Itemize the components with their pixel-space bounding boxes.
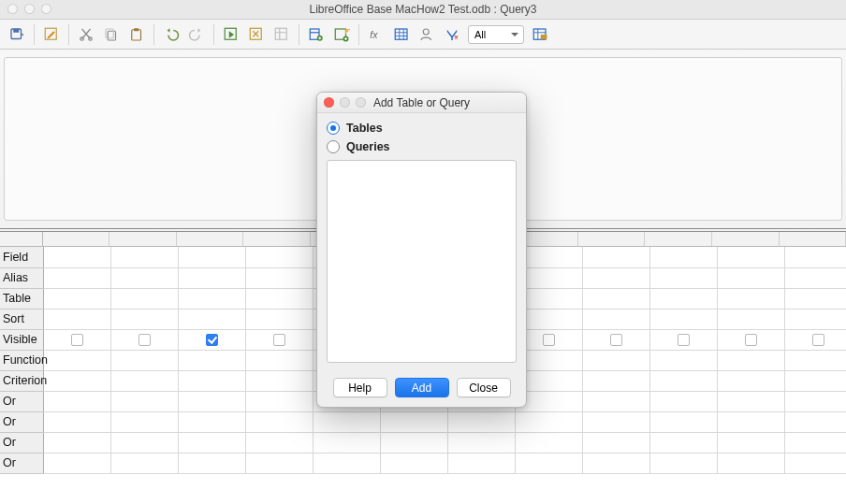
grid-cell[interactable] [178,309,245,329]
grid-cell[interactable] [717,432,784,453]
grid-cell[interactable] [245,411,313,432]
grid-cell[interactable] [717,453,784,473]
grid-cell[interactable] [245,391,313,411]
grid-cell[interactable] [447,432,515,453]
grid-cell[interactable] [582,432,649,453]
visible-checkbox[interactable] [745,334,757,346]
grid-cell[interactable] [178,350,245,370]
grid-cell[interactable] [447,411,515,432]
grid-cell[interactable] [245,309,313,329]
grid-cell[interactable] [43,329,110,350]
cut-icon[interactable] [75,23,97,46]
window-controls[interactable] [7,4,51,14]
grid-cell[interactable] [784,247,846,267]
grid-cell[interactable] [43,391,110,411]
grid-cell[interactable] [582,411,649,432]
grid-cell[interactable] [649,391,717,411]
visible-checkbox[interactable] [610,334,622,346]
limit-select[interactable]: All [468,25,524,44]
grid-cell[interactable] [245,247,313,267]
grid-cell[interactable] [110,453,178,473]
visible-checkbox[interactable] [543,334,555,346]
grid-cell[interactable] [245,288,313,309]
grid-cell[interactable] [110,288,178,309]
grid-cell[interactable] [447,453,515,473]
undo-dropdown-icon[interactable] [160,23,182,46]
grid-cell[interactable] [582,453,649,473]
grid-cell[interactable] [784,411,846,432]
grid-cell[interactable] [784,288,846,309]
grid-cell[interactable] [717,391,784,411]
zoom-window-icon[interactable] [41,4,51,14]
grid-cell[interactable] [43,288,110,309]
visible-checkbox[interactable] [206,334,218,346]
grid-cell[interactable] [649,453,717,473]
grid-cell[interactable] [380,453,447,473]
grid-cell[interactable] [717,267,784,288]
visible-checkbox[interactable] [812,334,824,346]
clear-query-icon[interactable] [245,23,268,46]
close-window-icon[interactable] [7,4,18,14]
grid-cell[interactable] [110,411,178,432]
grid-cell[interactable] [784,350,846,370]
grid-cell[interactable] [313,432,380,453]
visible-checkbox[interactable] [273,334,285,346]
tables-listbox[interactable] [327,160,517,363]
grid-cell[interactable] [784,329,846,350]
grid-cell[interactable] [178,370,245,391]
grid-cell[interactable] [717,309,784,329]
grid-cell[interactable] [110,391,178,411]
copy-icon[interactable] [100,23,123,46]
grid-cell[interactable] [178,453,245,473]
grid-cell[interactable] [717,370,784,391]
grid-cell[interactable] [313,411,380,432]
grid-cell[interactable] [110,350,178,370]
grid-cell[interactable] [784,370,846,391]
grid-cell[interactable] [582,288,649,309]
grid-cell[interactable] [784,267,846,288]
grid-cell[interactable] [245,329,313,350]
grid-cell[interactable] [245,370,313,391]
grid-cell[interactable] [649,370,717,391]
run-query-icon[interactable] [220,23,242,46]
grid-cell[interactable] [178,329,245,350]
grid-cell[interactable] [178,432,245,453]
grid-cell[interactable] [582,329,649,350]
grid-cell[interactable] [649,267,717,288]
grid-cell[interactable] [43,370,110,391]
grid-cell[interactable] [515,411,582,432]
grid-cell[interactable] [110,267,178,288]
grid-cell[interactable] [178,391,245,411]
grid-cell[interactable] [784,453,846,473]
grid-cell[interactable] [178,267,245,288]
grid-cell[interactable] [178,411,245,432]
grid-cell[interactable] [110,432,178,453]
radio-tables[interactable]: Tables [327,119,517,137]
grid-cell[interactable] [43,432,110,453]
grid-cell[interactable] [43,411,110,432]
grid-cell[interactable] [43,350,110,370]
grid-cell[interactable] [717,350,784,370]
grid-cell[interactable] [784,432,846,453]
visible-checkbox[interactable] [678,334,690,346]
functions-icon[interactable]: fx [365,23,387,46]
grid-cell[interactable] [649,247,717,267]
design-view-icon[interactable] [270,23,293,46]
grid-cell[interactable] [110,329,178,350]
grid-cell[interactable] [717,247,784,267]
grid-cell[interactable] [313,453,380,473]
grid-cell[interactable] [110,309,178,329]
grid-cell[interactable] [515,453,582,473]
paste-icon[interactable] [125,23,148,46]
minimize-window-icon[interactable] [24,4,35,14]
save-dropdown-icon[interactable] [6,23,28,46]
edit-mode-icon[interactable] [40,23,63,46]
grid-cell[interactable] [178,247,245,267]
grid-cell[interactable] [649,329,717,350]
grid-cell[interactable] [717,288,784,309]
redo-dropdown-icon[interactable] [185,23,208,46]
grid-cell[interactable] [110,370,178,391]
grid-cell[interactable] [649,411,717,432]
visible-checkbox[interactable] [71,334,83,346]
add-tables-icon[interactable] [305,23,328,46]
